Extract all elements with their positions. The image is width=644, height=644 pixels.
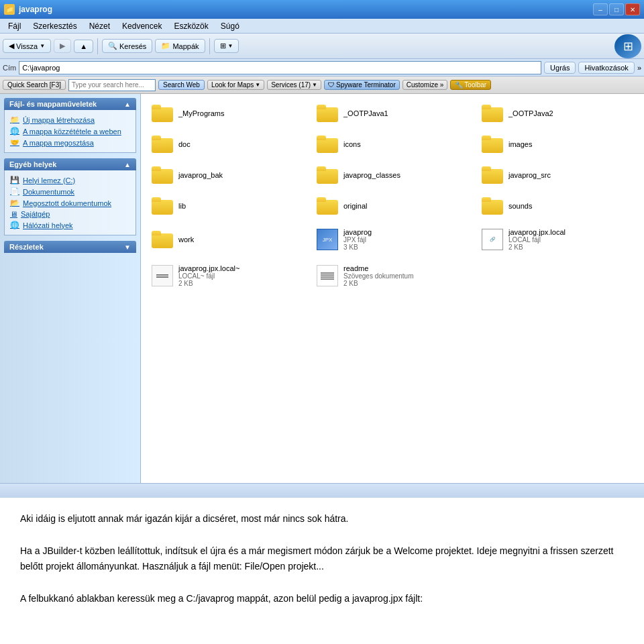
publish-icon: 🌐 (10, 127, 19, 136)
sidebar-link-share[interactable]: 🤝 A mappa megosztása (10, 137, 130, 148)
toolbar-brand-button[interactable]: 🔧 Toolbar (450, 80, 491, 90)
list-item[interactable]: images (478, 131, 637, 157)
window-controls: – □ ✕ (593, 3, 640, 15)
window-title: javaprog (19, 5, 52, 14)
app-icon: 📁 (4, 4, 15, 15)
minimize-button[interactable]: – (593, 3, 608, 15)
menu-file[interactable]: Fájl (3, 20, 26, 32)
menu-favorites[interactable]: Kedvencek (117, 20, 167, 32)
toolbar-separator-1 (97, 38, 98, 54)
shield-icon: 🛡 (328, 81, 335, 89)
folder-icon (482, 136, 503, 153)
folder-icon (317, 166, 338, 184)
list-item[interactable]: 🔗 javaprog.jpx.local LOCAL fájl 2 KB (478, 224, 637, 255)
title-bar: 📁 javaprog – □ ✕ (0, 0, 644, 19)
collapse-icon: ▲ (124, 101, 131, 108)
jpx-icon: JPX (317, 229, 338, 250)
sidebar-link-network[interactable]: 🌐 Hálózati helyek (10, 219, 130, 231)
list-item[interactable]: JPX javaprog JPX fájl 3 KB (313, 224, 472, 255)
sidebar-link-local-disk[interactable]: 💾 Helyi lemez (C:) (10, 174, 130, 186)
services-dropdown-icon: ▼ (312, 82, 317, 88)
list-item[interactable]: javaprog_bak (148, 162, 307, 188)
folder-icon (152, 166, 173, 184)
list-item[interactable]: work (148, 224, 307, 255)
list-item[interactable]: javaprog_classes (313, 162, 472, 188)
file-view: _MyPrograms _OOTPJava1 _OOTPJava2 doc ic… (141, 94, 644, 483)
folder-icon (152, 231, 173, 248)
go-button[interactable]: Ugrás (544, 62, 576, 74)
maximize-button[interactable]: □ (609, 3, 624, 15)
list-item[interactable]: readme Szöveges dokumentum 2 KB (313, 260, 472, 291)
back-button[interactable]: ◀ Vissza ▼ (3, 39, 51, 53)
links-button[interactable]: Hivatkozások (578, 62, 634, 74)
search-icon: 🔍 (108, 42, 117, 50)
sidebar-section-details-header[interactable]: Részletek ▼ (4, 241, 136, 253)
windows-logo: ⊞ (614, 34, 641, 58)
documents-icon: 📄 (10, 187, 19, 196)
services-button[interactable]: Services (17) ▼ (267, 80, 321, 90)
customize-button[interactable]: Customize » (402, 80, 448, 90)
forward-icon: ▶ (60, 42, 65, 50)
back-dropdown-icon: ▼ (40, 43, 45, 49)
address-input[interactable] (19, 61, 541, 74)
list-item[interactable]: icons (313, 131, 472, 157)
menu-view[interactable]: Nézet (84, 20, 115, 32)
shared-docs-icon: 📂 (10, 199, 19, 207)
bottom-para-1: Aki idáig is eljutott annak már igazán k… (20, 511, 624, 527)
folder-icon (482, 197, 503, 215)
new-folder-icon: 📁 (10, 115, 19, 124)
menu-bar: Fájl Szerkesztés Nézet Kedvencek Eszközö… (0, 19, 644, 34)
status-bar (0, 483, 644, 498)
quick-search-button[interactable]: Quick Search [F3] (3, 80, 66, 90)
share-icon: 🤝 (10, 138, 19, 147)
sidebar-link-shared-docs[interactable]: 📂 Megosztott dokumentumok (10, 197, 130, 209)
close-button[interactable]: ✕ (625, 3, 640, 15)
views-icon: ⊞ (220, 42, 226, 50)
folder-icon (482, 166, 503, 184)
sidebar-section-file-ops-header[interactable]: Fájl- és mappaműveletek ▲ (4, 98, 136, 110)
computer-icon: 🖥 (10, 210, 17, 218)
list-item[interactable]: _OOTPJava1 (313, 101, 472, 126)
folders-button[interactable]: 📁 Mappák (155, 39, 205, 53)
search-button[interactable]: 🔍 Keresés (102, 39, 152, 53)
up-button[interactable]: ▲ (74, 40, 93, 53)
list-item[interactable]: original (313, 193, 472, 219)
up-icon: ▲ (80, 42, 87, 50)
file-grid: _MyPrograms _OOTPJava1 _OOTPJava2 doc ic… (148, 101, 637, 291)
folders-icon: 📁 (161, 42, 170, 50)
menu-help[interactable]: Súgó (215, 20, 245, 32)
main-layout: Fájl- és mappaműveletek ▲ 📁 Új mappa lét… (0, 94, 644, 483)
list-item[interactable]: _OOTPJava2 (478, 101, 637, 126)
look-for-maps-button[interactable]: Look for Maps ▼ (207, 80, 264, 90)
search-input[interactable] (68, 79, 156, 91)
list-item[interactable]: javaprog_src (478, 162, 637, 188)
local-icon: 🔗 (482, 229, 503, 250)
sidebar-section-other-places-header[interactable]: Egyéb helyek ▲ (4, 158, 136, 170)
menu-edit[interactable]: Szerkesztés (28, 20, 82, 32)
list-item[interactable]: sounds (478, 193, 637, 219)
search-web-button[interactable]: Search Web (158, 80, 205, 90)
list-item[interactable]: javaprog.jpx.local~ LOCAL~ fájl 2 KB (148, 260, 307, 291)
menu-tools[interactable]: Eszközök (168, 20, 213, 32)
sidebar-section-file-ops: Fájl- és mappaműveletek ▲ 📁 Új mappa lét… (4, 98, 136, 153)
list-item[interactable]: _MyPrograms (148, 101, 307, 126)
list-item[interactable]: lib (148, 193, 307, 219)
list-item[interactable]: doc (148, 131, 307, 157)
sidebar-section-other-places: Egyéb helyek ▲ 💾 Helyi lemez (C:) 📄 Doku… (4, 158, 136, 235)
disk-icon: 💾 (10, 176, 19, 184)
forward-button[interactable]: ▶ (54, 39, 71, 53)
search-toolbar: Quick Search [F3] Search Web Look for Ma… (0, 76, 644, 94)
sidebar-link-documents[interactable]: 📄 Dokumentumok (10, 186, 130, 197)
folder-icon (152, 105, 173, 122)
sidebar-link-publish[interactable]: 🌐 A mappa közzététele a weben (10, 125, 130, 137)
bottom-para-2: Ha a JBuilder-t közben leállítottuk, ind… (20, 543, 624, 576)
spyware-button[interactable]: 🛡 Spyware Terminator (324, 80, 400, 90)
sidebar-link-new-folder[interactable]: 📁 Új mappa létrehozása (10, 114, 130, 125)
address-bar: Cím Ugrás Hivatkozások » (0, 59, 644, 76)
sidebar-link-my-computer[interactable]: 🖥 Sajátgép (10, 209, 130, 219)
crawler-icon: 🔧 (455, 81, 463, 89)
more-button[interactable]: » (637, 64, 641, 72)
views-button[interactable]: ⊞ ▼ (214, 39, 239, 53)
collapse-icon-2: ▲ (124, 161, 131, 168)
network-icon: 🌐 (10, 221, 19, 229)
